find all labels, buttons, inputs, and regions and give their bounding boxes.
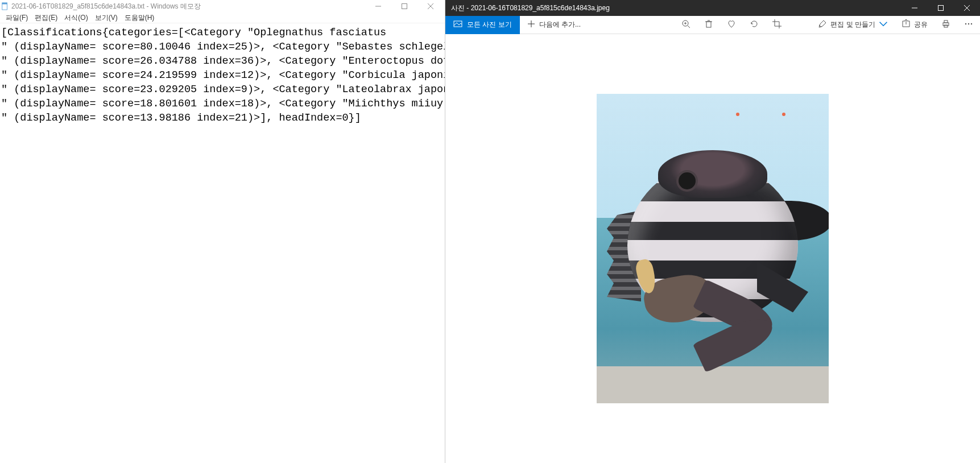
notepad-text-area[interactable]: [Classifications{categories=[<Category "… (0, 23, 445, 463)
photos-titlebar[interactable]: 사진 - 2021-06-16T081829_a5f815c6de14843a.… (445, 0, 980, 16)
svg-rect-1 (2, 3, 7, 5)
gallery-icon (453, 19, 462, 30)
crop-button[interactable] (766, 16, 788, 34)
notepad-app-icon (1, 2, 9, 10)
edit-icon (818, 19, 827, 30)
notepad-menubar: 파일(F) 편집(E) 서식(O) 보기(V) 도움말(H) (0, 13, 445, 23)
close-button[interactable] (417, 0, 444, 13)
minimize-button[interactable] (902, 0, 928, 16)
zoom-button[interactable] (675, 16, 697, 34)
photos-title: 사진 - 2021-06-16T081829_a5f815c6de14843a.… (451, 3, 610, 13)
add-to-button[interactable]: 다음에 추가... (520, 16, 588, 34)
notepad-window: 2021-06-16T081829_a5f815c6de14843a.txt -… (0, 0, 445, 463)
favorite-button[interactable] (720, 16, 743, 34)
chevron-down-icon (879, 19, 888, 30)
add-to-label: 다음에 추가... (539, 20, 581, 30)
photos-toolbar: 모든 사진 보기 다음에 추가... (445, 16, 980, 34)
edit-create-button[interactable]: 편집 및 만들기 (811, 16, 895, 34)
see-all-photos-label: 모든 사진 보기 (467, 20, 512, 30)
menu-format[interactable]: 서식(O) (61, 13, 91, 23)
plus-icon (527, 19, 536, 30)
svg-rect-27 (944, 20, 948, 23)
rotate-icon (750, 19, 759, 30)
svg-point-30 (968, 23, 969, 24)
see-all-photos-button[interactable]: 모든 사진 보기 (445, 16, 520, 34)
rotate-button[interactable] (743, 16, 766, 34)
close-button[interactable] (954, 0, 980, 16)
print-button[interactable] (934, 16, 957, 34)
svg-rect-3 (402, 4, 407, 9)
maximize-button[interactable] (928, 0, 954, 16)
share-button[interactable]: 공유 (895, 16, 934, 34)
svg-rect-7 (938, 6, 944, 11)
share-label: 공유 (914, 20, 928, 30)
maximize-button[interactable] (391, 0, 417, 13)
share-icon (902, 19, 911, 30)
menu-file[interactable]: 파일(F) (2, 13, 31, 23)
minimize-button[interactable] (365, 0, 391, 13)
photo-image (597, 94, 829, 403)
more-icon (964, 19, 973, 30)
photos-window: 사진 - 2021-06-16T081829_a5f815c6de14843a.… (445, 0, 980, 463)
delete-button[interactable] (697, 16, 720, 34)
svg-point-31 (971, 23, 972, 24)
more-button[interactable] (957, 16, 980, 34)
menu-view[interactable]: 보기(V) (92, 13, 121, 23)
svg-rect-17 (706, 22, 711, 27)
print-icon (941, 19, 950, 30)
edit-create-label: 편집 및 만들기 (830, 20, 875, 30)
notepad-title: 2021-06-16T081829_a5f815c6de14843a.txt -… (11, 2, 201, 11)
crop-icon (772, 19, 781, 30)
trash-icon (704, 19, 713, 30)
photo-canvas[interactable] (445, 34, 980, 463)
svg-line-14 (688, 26, 690, 28)
menu-help[interactable]: 도움말(H) (121, 13, 158, 23)
zoom-icon (681, 19, 690, 30)
menu-edit[interactable]: 편집(E) (31, 13, 61, 23)
notepad-titlebar[interactable]: 2021-06-16T081829_a5f815c6de14843a.txt -… (0, 0, 445, 13)
heart-icon (727, 19, 736, 30)
svg-point-29 (965, 23, 966, 24)
